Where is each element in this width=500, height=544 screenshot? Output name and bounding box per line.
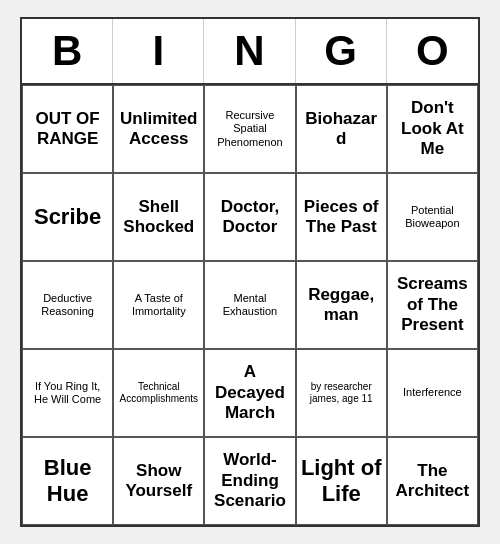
header-i: I bbox=[113, 19, 204, 83]
bingo-cell-12[interactable]: Mental Exhaustion bbox=[204, 261, 295, 349]
bingo-cell-23[interactable]: Light of Life bbox=[296, 437, 387, 525]
bingo-header: B I N G O bbox=[22, 19, 478, 83]
bingo-cell-1[interactable]: Unlimited Access bbox=[113, 85, 204, 173]
bingo-cell-8[interactable]: Pieces of The Past bbox=[296, 173, 387, 261]
bingo-cell-10[interactable]: Deductive Reasoning bbox=[22, 261, 113, 349]
bingo-cell-24[interactable]: The Architect bbox=[387, 437, 478, 525]
header-n: N bbox=[204, 19, 295, 83]
bingo-cell-11[interactable]: A Taste of Immortality bbox=[113, 261, 204, 349]
bingo-cell-5[interactable]: Scribe bbox=[22, 173, 113, 261]
header-g: G bbox=[296, 19, 387, 83]
bingo-cell-18[interactable]: by researcher james, age 11 bbox=[296, 349, 387, 437]
bingo-cell-22[interactable]: World-Ending Scenario bbox=[204, 437, 295, 525]
bingo-cell-14[interactable]: Screams of The Present bbox=[387, 261, 478, 349]
header-b: B bbox=[22, 19, 113, 83]
bingo-cell-17[interactable]: A Decayed March bbox=[204, 349, 295, 437]
bingo-cell-0[interactable]: OUT OF RANGE bbox=[22, 85, 113, 173]
bingo-cell-3[interactable]: Biohazard bbox=[296, 85, 387, 173]
bingo-cell-2[interactable]: Recursive Spatial Phenomenon bbox=[204, 85, 295, 173]
bingo-cell-7[interactable]: Doctor, Doctor bbox=[204, 173, 295, 261]
bingo-grid: OUT OF RANGEUnlimited AccessRecursive Sp… bbox=[22, 83, 478, 525]
bingo-cell-6[interactable]: Shell Shocked bbox=[113, 173, 204, 261]
bingo-cell-15[interactable]: If You Ring It, He Will Come bbox=[22, 349, 113, 437]
bingo-cell-21[interactable]: Show Yourself bbox=[113, 437, 204, 525]
bingo-cell-19[interactable]: Interference bbox=[387, 349, 478, 437]
bingo-cell-16[interactable]: Technical Accomplishments bbox=[113, 349, 204, 437]
bingo-card: B I N G O OUT OF RANGEUnlimited AccessRe… bbox=[20, 17, 480, 527]
bingo-cell-13[interactable]: Reggae, man bbox=[296, 261, 387, 349]
bingo-cell-4[interactable]: Don't Look At Me bbox=[387, 85, 478, 173]
bingo-cell-20[interactable]: Blue Hue bbox=[22, 437, 113, 525]
bingo-cell-9[interactable]: Potential Bioweapon bbox=[387, 173, 478, 261]
header-o: O bbox=[387, 19, 478, 83]
